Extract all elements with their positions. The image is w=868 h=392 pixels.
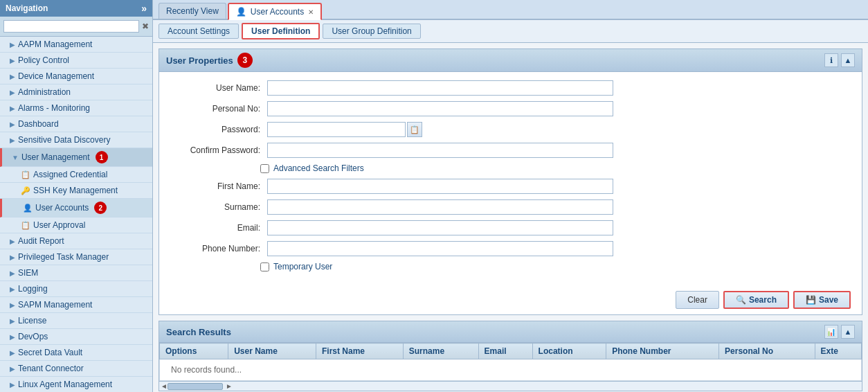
confirm-password-label: Confirm Password:	[170, 145, 267, 155]
sub-tab-user-definition-label: User Definition	[251, 26, 310, 36]
sidebar-item-label: Sensitive Data Discovery	[18, 135, 110, 145]
arrow-icon: ▶	[10, 253, 15, 261]
col-firstname: First Name	[316, 344, 404, 359]
personal-no-input[interactable]	[267, 101, 613, 116]
sidebar-search-clear-button[interactable]: ✖	[142, 21, 149, 31]
sidebar-item-devops[interactable]: ▶ DevOps	[0, 329, 152, 345]
arrow-icon: ▶	[10, 89, 15, 96]
sidebar-subitem-label: User Accounts	[35, 203, 89, 213]
phone-number-row: Phone Number:	[170, 241, 851, 256]
advanced-filter-checkbox[interactable]	[260, 164, 269, 173]
phone-number-input[interactable]	[267, 241, 613, 256]
sub-tab-bar: Account Settings User Definition User Gr…	[153, 20, 868, 43]
sidebar-item-label: Administration	[18, 87, 71, 97]
sidebar-item-label: Privileged Task Manager	[18, 252, 109, 262]
sidebar-item-administration[interactable]: ▶ Administration	[0, 84, 152, 100]
confirm-password-input[interactable]	[267, 143, 613, 158]
sub-tab-account-settings[interactable]: Account Settings	[159, 24, 239, 39]
sidebar-item-policy-control[interactable]: ▶ Policy Control	[0, 53, 152, 69]
save-icon: 💾	[806, 295, 816, 305]
sidebar-item-alarms-monitoring[interactable]: ▶ Alarms - Monitoring	[0, 100, 152, 116]
col-personal-no: Personal No	[719, 344, 815, 359]
surname-row: Surname:	[170, 199, 851, 215]
sidebar-item-label: User Management	[21, 152, 90, 162]
sidebar-item-license[interactable]: ▶ License	[0, 313, 152, 329]
results-collapse-button[interactable]: ▲	[841, 325, 855, 339]
badge-2: 2	[94, 202, 107, 214]
sub-tab-user-definition[interactable]: User Definition	[242, 23, 320, 39]
sidebar-item-siem[interactable]: ▶ SIEM	[0, 265, 152, 281]
search-button[interactable]: 🔍 Search	[723, 291, 789, 309]
sidebar-title: Navigation	[6, 3, 48, 13]
password-generate-button[interactable]: 📋	[407, 122, 422, 137]
search-button-label: Search	[749, 295, 777, 305]
sidebar-item-label: SIEM	[18, 268, 38, 278]
col-email: Email	[478, 344, 532, 359]
user-name-input[interactable]	[267, 80, 613, 96]
save-button[interactable]: 💾 Save	[793, 291, 851, 309]
arrow-icon: ▶	[10, 269, 15, 277]
sidebar-item-label: Device Management	[18, 71, 94, 81]
temporary-user-label[interactable]: Temporary User	[273, 262, 332, 271]
sidebar-item-sapm[interactable]: ▶ SAPM Management	[0, 297, 152, 313]
tab-close-button[interactable]: ✕	[308, 8, 314, 16]
save-button-label: Save	[819, 295, 838, 305]
horizontal-scrollbar[interactable]: ◄ ►	[159, 381, 862, 391]
no-records-row: No records found...	[160, 359, 862, 381]
content-area: User Properties 3 ℹ ▲ User Name: Persona…	[153, 43, 868, 392]
advanced-filter-label[interactable]: Advanced Search Filters	[273, 163, 364, 173]
search-results-header: Search Results 📊 ▲	[159, 321, 862, 343]
sidebar-search-input[interactable]	[3, 20, 139, 33]
sidebar-subitem-user-approval[interactable]: 📋 User Approval	[0, 217, 152, 233]
sidebar-item-dashboard[interactable]: ▶ Dashboard	[0, 116, 152, 132]
sidebar-subitem-ssh-key-management[interactable]: 🔑 SSH Key Management	[0, 183, 152, 199]
sidebar-item-audit-report[interactable]: ▶ Audit Report	[0, 233, 152, 249]
results-export-button[interactable]: 📊	[824, 325, 838, 339]
section-info-button[interactable]: ℹ	[824, 53, 838, 67]
arrow-icon: ▶	[10, 238, 15, 245]
email-input[interactable]	[267, 220, 613, 235]
sidebar-subitem-label: User Approval	[33, 220, 85, 230]
user-properties-title: User Properties	[166, 55, 233, 66]
sidebar-item-privileged-task[interactable]: ▶ Privileged Task Manager	[0, 249, 152, 265]
sidebar-item-device-management[interactable]: ▶ Device Management	[0, 69, 152, 84]
approval-icon: 📋	[21, 221, 30, 230]
surname-input[interactable]	[267, 199, 613, 215]
sidebar-item-label: Dashboard	[18, 119, 59, 129]
table-head: Options User Name First Name Surname Ema…	[160, 344, 862, 359]
sidebar-header: Navigation »	[0, 0, 152, 17]
sidebar-item-user-management[interactable]: ▼ User Management 1	[0, 148, 152, 167]
sidebar-item-tenant-connector[interactable]: ▶ Tenant Connector	[0, 361, 152, 377]
sub-tab-user-group-definition[interactable]: User Group Definition	[323, 24, 420, 39]
sidebar-item-aapm-management[interactable]: ▶ AAPM Management	[0, 37, 152, 53]
section-controls: ℹ ▲	[824, 53, 855, 67]
tab-recently-view[interactable]: Recently View	[159, 3, 226, 19]
first-name-label: First Name:	[170, 181, 267, 191]
arrow-icon: ▶	[10, 121, 15, 128]
scroll-left-button[interactable]: ◄	[161, 382, 168, 390]
password-input-group: 📋	[267, 122, 422, 137]
surname-label: Surname:	[170, 202, 267, 212]
password-input[interactable]	[267, 122, 406, 137]
tab-user-accounts[interactable]: 👤 User Accounts ✕	[228, 3, 322, 20]
scroll-thumb[interactable]	[168, 383, 223, 390]
sidebar-subitem-user-accounts[interactable]: 👤 User Accounts 2	[0, 199, 152, 217]
clear-button[interactable]: Clear	[676, 291, 719, 309]
sidebar-item-logging[interactable]: ▶ Logging	[0, 281, 152, 297]
temporary-user-checkbox[interactable]	[260, 262, 269, 271]
results-section-controls: 📊 ▲	[824, 325, 855, 339]
col-username: User Name	[228, 344, 316, 359]
phone-number-label: Phone Number:	[170, 244, 267, 253]
first-name-input[interactable]	[267, 179, 613, 194]
sidebar-item-label: Policy Control	[18, 55, 69, 65]
sidebar-collapse-button[interactable]: »	[141, 3, 147, 14]
scroll-right-button[interactable]: ►	[226, 382, 233, 390]
section-collapse-button[interactable]: ▲	[841, 53, 855, 67]
sidebar-item-label: Linux Agent Management	[18, 380, 112, 389]
sidebar-subitem-assigned-credential[interactable]: 📋 Assigned Credential	[0, 167, 152, 183]
sidebar-item-linux-agent[interactable]: ▶ Linux Agent Management	[0, 377, 152, 392]
search-results-title: Search Results	[166, 327, 231, 337]
sidebar-item-sensitive-data[interactable]: ▶ Sensitive Data Discovery	[0, 132, 152, 148]
user-icon: 👤	[23, 204, 33, 213]
sidebar-item-secret-data-vault[interactable]: ▶ Secret Data Vault	[0, 345, 152, 361]
